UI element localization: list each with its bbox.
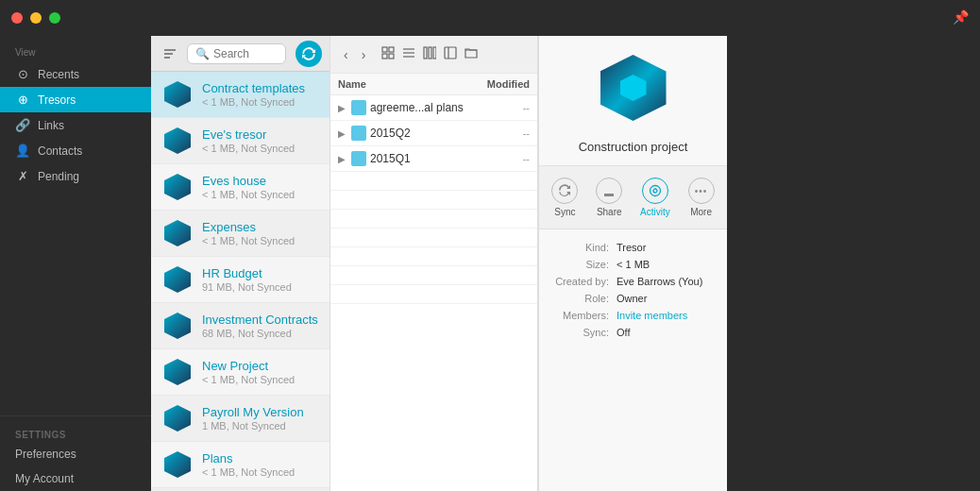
svg-rect-12: [433, 47, 436, 59]
forward-button[interactable]: ›: [358, 45, 370, 64]
list-item[interactable]: Eves house < 1 MB, Not Synced: [151, 164, 329, 211]
sidebar-item-label: Contacts: [38, 144, 82, 158]
sidebar-item-my-account[interactable]: My Account: [0, 466, 151, 491]
more-action-button[interactable]: ••• More: [683, 174, 720, 221]
list-item[interactable]: Expenses < 1 MB, Not Synced: [151, 211, 329, 257]
meta-created-by: Created by: Eve Barrows (You): [550, 273, 716, 290]
tree-item[interactable]: ▶ 2015Q1 --: [330, 146, 537, 172]
titlebar: 📌: [0, 0, 980, 36]
share-action-button[interactable]: Share: [590, 174, 628, 221]
file-icon: [162, 79, 193, 110]
invite-members-link[interactable]: Invite members: [617, 310, 716, 321]
preferences-label: Preferences: [15, 448, 76, 461]
sidebar-item-label: Pending: [38, 170, 79, 183]
sync-icon: [551, 178, 578, 204]
detail-panel: Construction project Sync Share: [538, 36, 727, 491]
empty-row: [330, 210, 537, 229]
view-label: View: [0, 40, 151, 61]
size-value: < 1 MB: [617, 259, 716, 270]
preview-button[interactable]: [441, 43, 460, 65]
col-modified-header: Modified: [473, 78, 530, 90]
detail-title: Construction project: [567, 140, 700, 165]
detail-actions: Sync Share Activity: [539, 165, 727, 229]
meta-members: Members: Invite members: [550, 307, 716, 324]
more-action-label: More: [690, 207, 712, 217]
file-browser: ‹ ›: [330, 36, 538, 491]
sidebar-item-links[interactable]: 🔗 Links: [0, 112, 151, 138]
sidebar-divider: [0, 415, 151, 416]
sidebar-item-pending[interactable]: ✗ Pending: [0, 163, 151, 189]
list-item[interactable]: New Project < 1 MB, Not Synced: [151, 349, 329, 396]
list-item[interactable]: Contract templates < 1 MB, Not Synced: [151, 72, 329, 118]
list-item[interactable]: Payroll My Version 1 MB, Not Synced: [151, 396, 329, 442]
list-item[interactable]: Eve's tresor < 1 MB, Not Synced: [151, 118, 329, 164]
search-bar[interactable]: 🔍: [187, 43, 286, 64]
file-meta: < 1 MB, Not Synced: [202, 96, 318, 108]
svg-rect-6: [389, 54, 394, 59]
pin-button[interactable]: 📌: [953, 9, 969, 25]
chevron-icon: ▶: [338, 103, 347, 113]
svg-rect-10: [424, 47, 427, 59]
activity-action-button[interactable]: Activity: [634, 174, 676, 221]
close-button[interactable]: [11, 12, 23, 24]
sidebar-item-contacts[interactable]: 👤 Contacts: [0, 138, 151, 163]
file-icon: [162, 403, 193, 433]
tree-item[interactable]: ▶ 2015Q2 --: [330, 121, 537, 146]
browser-toolbar: ‹ ›: [330, 36, 537, 74]
svg-rect-5: [382, 54, 387, 59]
file-meta: < 1 MB, Not Synced: [202, 235, 318, 246]
view-buttons: [379, 43, 481, 65]
file-info: Payroll My Version 1 MB, Not Synced: [202, 405, 318, 432]
folder-icon: [351, 126, 366, 141]
meta-size: Size: < 1 MB: [550, 256, 716, 273]
sort-button[interactable]: [159, 43, 181, 64]
file-info: New Project < 1 MB, Not Synced: [202, 359, 318, 385]
kind-key: Kind:: [550, 242, 617, 253]
folder-icon: [351, 151, 366, 166]
tree-item-name: 2015Q1: [370, 152, 498, 165]
file-name: New Project: [202, 359, 318, 373]
share-icon: [596, 178, 622, 204]
sync-action-label: Sync: [554, 207, 575, 217]
search-input[interactable]: [213, 47, 278, 60]
file-info: Investment Contracts 68 MB, Not Synced: [202, 313, 318, 339]
back-button[interactable]: ‹: [340, 45, 352, 64]
file-icon: [162, 172, 193, 202]
tree-item-name: agreeme...al plans: [370, 101, 498, 114]
list-item[interactable]: Plans < 1 MB, Not Synced: [151, 442, 329, 488]
svg-rect-4: [389, 47, 394, 52]
file-name: Eves house: [202, 174, 318, 188]
list-item[interactable]: HR Budget 91 MB, Not Synced: [151, 257, 329, 303]
maximize-button[interactable]: [49, 12, 60, 24]
pending-icon: ✗: [15, 169, 30, 183]
grid-view-button[interactable]: [379, 43, 397, 65]
file-icon: [162, 218, 193, 248]
sidebar-item-label: Links: [38, 119, 64, 132]
list-view-button[interactable]: [399, 43, 418, 65]
list-item[interactable]: Investment Contracts 68 MB, Not Synced: [151, 303, 329, 349]
role-value: Owner: [617, 293, 716, 304]
file-meta: 1 MB, Not Synced: [202, 420, 318, 432]
tree-item-date: --: [501, 102, 530, 113]
links-icon: 🔗: [15, 118, 30, 132]
tresors-icon: ⊕: [15, 93, 30, 107]
sidebar-item-tresors[interactable]: ⊕ Tresors: [0, 87, 151, 112]
detail-metadata: Kind: Tresor Size: < 1 MB Created by: Ev…: [539, 229, 727, 350]
toolbar: 🔍: [151, 36, 329, 72]
sidebar-item-recents[interactable]: ⊙ Recents: [0, 61, 151, 87]
browser-tree: ▶ agreeme...al plans -- ▶ 2015Q2 -- ▶ 20…: [330, 95, 537, 491]
minimize-button[interactable]: [30, 12, 42, 24]
folder-browse-button[interactable]: [462, 43, 481, 65]
file-meta: < 1 MB, Not Synced: [202, 143, 318, 154]
tree-item[interactable]: ▶ agreeme...al plans --: [330, 95, 537, 121]
svg-point-16: [653, 189, 657, 193]
file-meta: 68 MB, Not Synced: [202, 328, 318, 339]
column-view-button[interactable]: [420, 43, 439, 65]
file-meta: 91 MB, Not Synced: [202, 281, 318, 293]
sync-circle-button[interactable]: [296, 41, 322, 67]
svg-rect-3: [382, 47, 387, 52]
sync-action-button[interactable]: Sync: [546, 174, 583, 221]
size-key: Size:: [550, 259, 617, 270]
content-area: 🔍 Contract templates < 1 MB, Not Synced: [151, 36, 330, 491]
sidebar-item-preferences[interactable]: Preferences: [0, 442, 151, 466]
